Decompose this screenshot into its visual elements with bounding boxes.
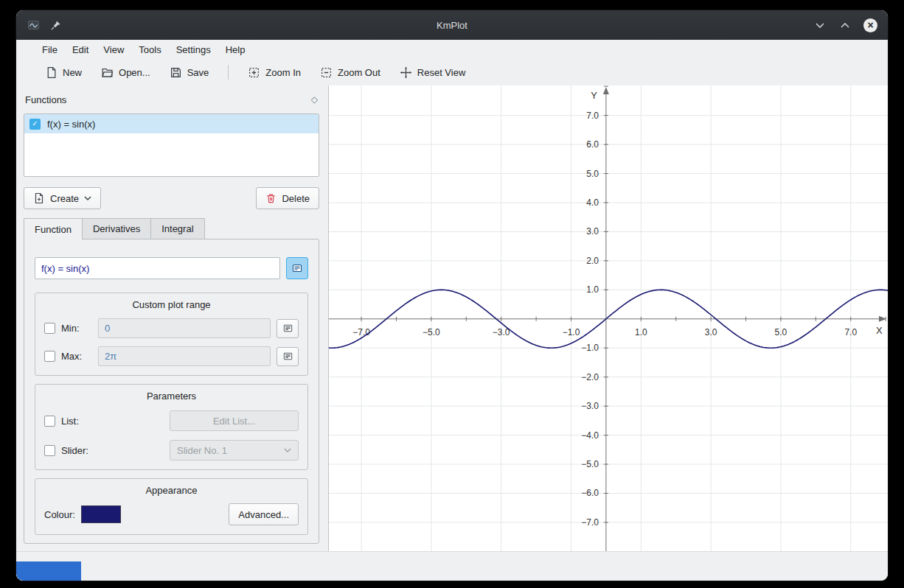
equation-editor-icon <box>282 323 293 334</box>
colour-label: Colour: <box>44 509 75 520</box>
equation-editor-button[interactable] <box>286 257 308 279</box>
custom-plot-range-group: Custom plot range Min: Max: <box>35 293 308 376</box>
save-button[interactable]: Save <box>163 63 216 83</box>
pin-icon[interactable] <box>49 18 62 32</box>
menu-file[interactable]: File <box>35 42 64 57</box>
menubar: File Edit View Tools Settings Help <box>16 40 888 59</box>
svg-text:3.0: 3.0 <box>586 226 599 237</box>
trash-icon <box>265 192 277 204</box>
slider-combobox: Slider No. 1 <box>170 440 299 461</box>
min-label: Min: <box>61 323 92 334</box>
diamond-icon: ◇ <box>311 94 318 105</box>
reset-view-button[interactable]: Reset View <box>393 63 473 83</box>
minimize-button[interactable] <box>813 18 827 32</box>
menu-edit[interactable]: Edit <box>66 42 95 57</box>
function-list-item[interactable]: ✓ f(x) = sin(x) <box>24 114 319 133</box>
tab-function[interactable]: Function <box>24 218 83 239</box>
max-input <box>98 346 271 366</box>
functions-panel-title: Functions <box>25 94 66 105</box>
function-list[interactable]: ✓ f(x) = sin(x) <box>24 113 319 177</box>
toolbar: New Open... Save Zoom In Zoom Out Reset … <box>16 59 888 85</box>
max-label: Max: <box>61 351 92 362</box>
zoom-out-button[interactable]: Zoom Out <box>313 63 387 83</box>
max-editor-button[interactable] <box>277 347 299 366</box>
min-editor-button[interactable] <box>277 319 299 338</box>
tab-integral[interactable]: Integral <box>151 218 204 239</box>
svg-text:4.0: 4.0 <box>586 197 599 208</box>
float-panel-button[interactable]: ◇ <box>311 94 318 105</box>
svg-text:7.0: 7.0 <box>844 327 857 337</box>
svg-text:−7.0: −7.0 <box>581 517 599 528</box>
parameter-slider-checkbox[interactable] <box>44 445 55 456</box>
menu-settings[interactable]: Settings <box>170 42 218 57</box>
kmplot-window: KmPlot × File Edit View Tools Settings H… <box>16 10 888 581</box>
functions-panel: Functions ◇ ✓ f(x) = sin(x) Create Delet… <box>16 85 329 551</box>
close-button[interactable]: × <box>863 18 877 32</box>
tab-derivatives[interactable]: Derivatives <box>83 218 151 239</box>
svg-text:2.0: 2.0 <box>586 256 599 266</box>
zoom-in-button[interactable]: Zoom In <box>241 63 307 83</box>
parameter-list-label: List: <box>61 416 79 427</box>
delete-button[interactable]: Delete <box>256 187 319 209</box>
min-checkbox[interactable] <box>44 323 55 334</box>
plot-area[interactable]: −7.0−5.0−3.0−1.01.03.05.07.07.06.05.04.0… <box>329 85 888 551</box>
svg-text:1.0: 1.0 <box>586 284 599 295</box>
equation-input[interactable] <box>35 257 280 279</box>
svg-text:X: X <box>876 325 883 336</box>
min-input <box>98 318 271 338</box>
parameters-title: Parameters <box>44 391 299 402</box>
svg-text:−6.0: −6.0 <box>581 488 599 498</box>
function-visibility-checkbox[interactable]: ✓ <box>29 119 41 130</box>
zoom-in-icon <box>248 66 260 79</box>
parameters-group: Parameters List: Edit List... <box>35 384 308 470</box>
parameter-list-checkbox[interactable] <box>44 416 55 427</box>
status-segment <box>16 561 81 581</box>
menu-view[interactable]: View <box>97 42 131 57</box>
equation-editor-icon <box>282 351 293 362</box>
create-button[interactable]: Create <box>24 187 101 209</box>
svg-text:−2.0: −2.0 <box>581 372 599 382</box>
save-icon <box>170 66 182 79</box>
functions-panel-header: Functions ◇ <box>24 90 319 109</box>
svg-text:−4.0: −4.0 <box>581 430 599 441</box>
svg-text:7.0: 7.0 <box>586 111 599 121</box>
edit-list-button: Edit List... <box>170 410 299 431</box>
titlebar: KmPlot × <box>16 10 888 40</box>
plot-canvas[interactable]: −7.0−5.0−3.0−1.01.03.05.07.07.06.05.04.0… <box>329 85 888 551</box>
appearance-group: Appearance Colour: Advanced... <box>35 478 308 535</box>
close-icon: × <box>867 20 873 30</box>
open-button[interactable]: Open... <box>94 63 157 83</box>
svg-text:1.0: 1.0 <box>635 327 647 337</box>
app-icon[interactable] <box>27 18 40 32</box>
svg-text:−5.0: −5.0 <box>423 327 440 337</box>
new-button[interactable]: New <box>38 63 88 83</box>
svg-text:3.0: 3.0 <box>705 327 717 337</box>
open-folder-icon <box>101 66 114 79</box>
advanced-button[interactable]: Advanced... <box>229 503 299 525</box>
maximize-button[interactable] <box>838 18 852 32</box>
custom-plot-range-title: Custom plot range <box>44 299 299 310</box>
chevron-up-icon <box>840 22 850 29</box>
reset-view-icon <box>400 66 412 79</box>
function-tabs: Function Derivatives Integral <box>24 218 319 239</box>
svg-text:−5.0: −5.0 <box>581 459 599 469</box>
toolbar-separator <box>228 65 229 80</box>
slider-combobox-value: Slider No. 1 <box>177 445 227 456</box>
zoom-out-icon <box>320 66 333 79</box>
status-bar <box>16 551 888 581</box>
new-document-icon <box>45 66 58 79</box>
svg-text:−1.0: −1.0 <box>563 327 580 337</box>
window-title: KmPlot <box>16 20 888 31</box>
svg-text:Y: Y <box>591 90 597 101</box>
appearance-title: Appearance <box>44 485 299 496</box>
chevron-down-icon <box>84 196 91 200</box>
parameter-slider-label: Slider: <box>61 445 88 456</box>
menu-help[interactable]: Help <box>219 42 252 57</box>
chevron-down-icon <box>815 22 825 29</box>
equation-editor-icon <box>291 262 303 274</box>
colour-swatch[interactable] <box>81 505 121 523</box>
menu-tools[interactable]: Tools <box>132 42 167 57</box>
svg-text:5.0: 5.0 <box>775 327 787 337</box>
max-checkbox[interactable] <box>44 351 55 362</box>
function-tab-page: Custom plot range Min: Max: <box>24 239 319 544</box>
